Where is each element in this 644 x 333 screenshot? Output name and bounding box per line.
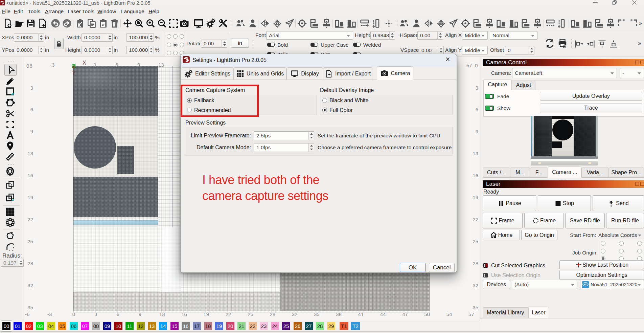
svg-text:RD: RD: [584, 283, 588, 286]
